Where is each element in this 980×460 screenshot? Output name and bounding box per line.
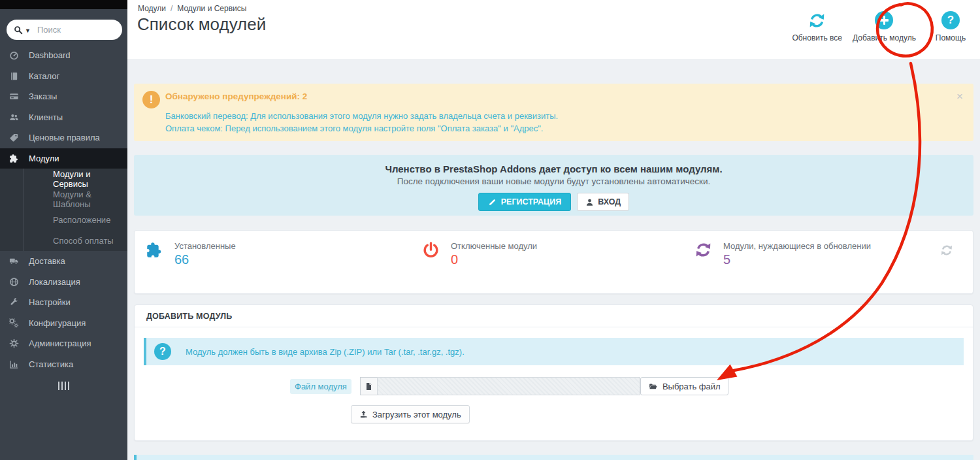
book-icon [9, 71, 19, 81]
sync-icon [694, 241, 712, 259]
sidebar-item-modules[interactable]: Модули [0, 148, 127, 169]
module-file-row: Файл модуля Выбрать файл [135, 377, 973, 395]
main-area: Модули/Модули и Сервисы Список модулей О… [127, 0, 980, 460]
collapse-bars-icon [68, 382, 69, 390]
add-module-button[interactable]: Добавить модуль [853, 10, 916, 42]
tag-icon [9, 133, 19, 142]
upload-icon [359, 410, 368, 419]
file-icon [360, 377, 377, 395]
cogs-icon [9, 318, 19, 328]
prestashop-admin: ▼ Dashboard Каталог Заказы Клиенты Ценов… [0, 0, 980, 460]
choose-file-button[interactable]: Выбрать файл [640, 377, 728, 395]
sidebar-item-label: Статистика [29, 359, 73, 369]
stat-updates-label: Модули, нуждающиеся в обновлении [723, 241, 871, 251]
sidebar-item-preferences[interactable]: Настройки [0, 292, 127, 313]
sidebar: ▼ Dashboard Каталог Заказы Клиенты Ценов… [0, 0, 127, 460]
page-header: Модули/Модули и Сервисы Список модулей О… [127, 0, 980, 59]
breadcrumb-current-link[interactable]: Модули и Сервисы [177, 4, 246, 13]
sidebar-collapse-handle[interactable] [0, 376, 127, 396]
module-format-info-text: Модуль должен быть в виде архива Zip (.Z… [186, 347, 465, 357]
register-button[interactable]: РЕГИСТРАЦИЯ [478, 193, 571, 211]
sidebar-item-localization[interactable]: Локализация [0, 272, 127, 293]
sidebar-search[interactable]: ▼ [7, 20, 122, 40]
stat-disabled-label: Отключенные модули [451, 241, 537, 251]
breadcrumb: Модули/Модули и Сервисы [138, 4, 246, 13]
sidebar-subitem-modules-services[interactable]: Модули и Сервисы [24, 169, 127, 189]
search-icon [13, 25, 24, 35]
search-scope-caret-icon[interactable]: ▼ [25, 27, 31, 34]
sidebar-item-administration[interactable]: Администрация [0, 333, 127, 354]
truck-icon [9, 256, 19, 266]
choose-file-label: Выбрать файл [662, 382, 721, 391]
header-actions: Обновить все Добавить модуль ? Помощь [781, 10, 975, 42]
folder-open-icon [648, 382, 658, 391]
globe-icon [9, 277, 19, 287]
sidebar-top-strip [0, 0, 127, 9]
sidebar-item-dashboard[interactable]: Dashboard [0, 45, 127, 66]
sidebar-item-stats[interactable]: Статистика [0, 354, 127, 375]
puzzle-icon [9, 154, 19, 163]
sidebar-item-customers[interactable]: Клиенты [0, 107, 127, 128]
question-circle-icon: ? [941, 11, 960, 29]
sidebar-item-label: Каталог [29, 71, 59, 81]
sidebar-item-label: Администрация [29, 338, 91, 348]
person-icon [585, 198, 594, 206]
close-icon[interactable]: × [956, 91, 963, 102]
sidebar-subitem-modules-themes[interactable]: Модули & Шаблоны [24, 189, 127, 210]
module-file-label: Файл модуля [290, 379, 351, 394]
stat-installed-label: Установленные [174, 241, 236, 251]
refresh-all-button[interactable]: Обновить все [792, 10, 842, 42]
sidebar-item-configuration[interactable]: Конфигурация [0, 313, 127, 334]
sidebar-item-label: Ценовые правила [29, 133, 100, 142]
question-circle-icon: ? [154, 343, 171, 360]
login-button[interactable]: ВХОД [577, 193, 629, 211]
page-title: Список модулей [137, 14, 266, 35]
addons-subtitle: После подключения ваши новые модули буду… [134, 176, 973, 186]
module-file-input[interactable] [377, 377, 640, 395]
sidebar-item-orders[interactable]: Заказы [0, 86, 127, 107]
bar-chart-icon [9, 359, 19, 369]
stat-updates: Модули, нуждающиеся в обновлении 5 [694, 241, 871, 267]
power-icon [422, 241, 440, 259]
upload-module-button[interactable]: Загрузить этот модуль [351, 405, 470, 423]
sidebar-item-label: Доставка [29, 256, 65, 266]
sidebar-item-label: Клиенты [29, 112, 63, 122]
sidebar-subitem-positions[interactable]: Расположение [24, 210, 127, 231]
sidebar-item-catalog[interactable]: Каталог [0, 66, 127, 87]
sidebar-item-label: Конфигурация [29, 318, 86, 328]
pencil-icon [488, 198, 497, 206]
collapse-bars-icon [61, 382, 63, 390]
sidebar-item-label: Модули [29, 154, 59, 163]
sidebar-item-label: Заказы [29, 91, 57, 101]
warning-icon: ! [142, 91, 160, 108]
help-button[interactable]: ? Помощь [926, 10, 975, 42]
page-content: ! Обнаружено предупреждений: 2 Банковски… [127, 59, 980, 460]
stat-installed: Установленные 66 [146, 241, 236, 267]
upload-module-label: Загрузить этот модуль [372, 410, 461, 419]
next-panel-cutoff [134, 455, 973, 460]
warning-line-cheque[interactable]: Оплата чеком: Перед использованием этого… [165, 123, 947, 135]
add-module-panel: ДОБАВИТЬ МОДУЛЬ ? Модуль должен быть в в… [134, 304, 973, 441]
breadcrumb-parent-link[interactable]: Модули [138, 4, 166, 13]
sidebar-item-label: Dashboard [29, 50, 71, 60]
warning-line-bankwire[interactable]: Банковский перевод: Для использования эт… [165, 110, 947, 123]
sidebar-item-label: Настройки [29, 297, 71, 307]
sidebar-item-shipping[interactable]: Доставка [0, 251, 127, 272]
users-icon [9, 112, 19, 122]
refresh-stats-icon[interactable] [940, 244, 953, 257]
sidebar-item-price-rules[interactable]: Ценовые правила [0, 127, 127, 148]
stat-updates-value: 5 [723, 252, 871, 267]
breadcrumb-separator: / [171, 4, 172, 13]
add-module-panel-title: ДОБАВИТЬ МОДУЛЬ [135, 305, 973, 327]
file-glyph-icon [365, 382, 373, 391]
plus-circle-icon [875, 11, 893, 29]
addons-banner: Членство в PrestaShop Addons дает доступ… [134, 155, 973, 216]
addons-title: Членство в PrestaShop Addons дает доступ… [134, 163, 973, 174]
sidebar-subitem-payment[interactable]: Способ оплаты [24, 231, 127, 252]
stat-installed-value: 66 [174, 252, 236, 267]
cog-icon [9, 338, 19, 348]
search-input[interactable] [37, 25, 109, 35]
collapse-bars-icon [65, 382, 66, 390]
sidebar-menu: Dashboard Каталог Заказы Клиенты Ценовые… [0, 45, 127, 396]
warning-title: Обнаружено предупреждений: 2 [165, 91, 947, 101]
